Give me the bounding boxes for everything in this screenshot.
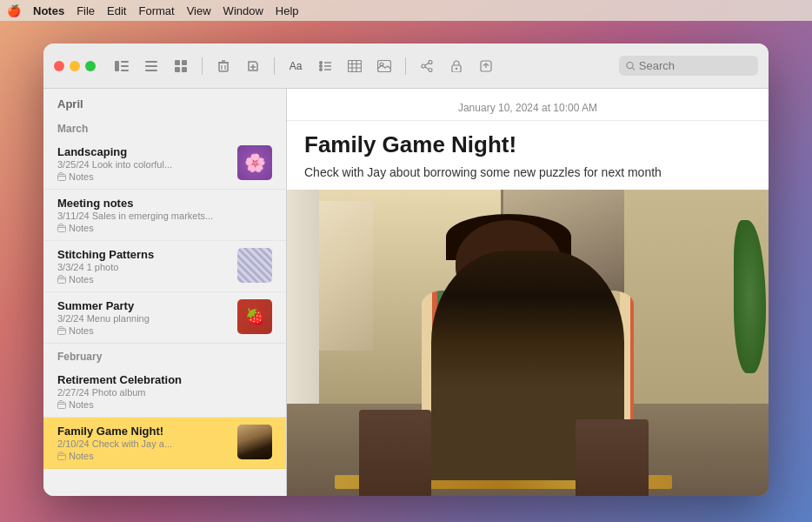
editor-body[interactable]: Check with Jay about borrowing some new … [287,162,769,190]
close-button[interactable] [54,61,64,71]
svg-point-37 [456,67,457,69]
menu-window[interactable]: Window [223,4,263,17]
note-item-landscaping[interactable]: Landscaping 3/25/24 Look into colorful..… [43,138,286,190]
toolbar: Aa [43,44,769,89]
list-view-button[interactable] [139,54,163,78]
svg-point-33 [429,68,432,71]
note-text-retirement: Retirement Celebration 2/27/24 Photo alb… [57,373,272,410]
minimize-button[interactable] [70,61,80,71]
photo-curtain [287,190,319,419]
svg-rect-43 [58,226,66,232]
menu-help[interactable]: Help [276,4,299,17]
note-meta-meeting: 3/11/24 Sales in emerging markets... [57,211,272,221]
note-text-meeting: Meeting notes 3/11/24 Sales in emerging … [57,197,272,233]
note-thumb-summer: 🍓 [237,299,272,334]
search-box[interactable] [619,56,758,76]
note-item-family-game[interactable]: Family Game Night! 2/10/24 Check with Ja… [43,418,286,469]
note-item-retirement[interactable]: Retirement Celebration 2/27/24 Photo alb… [43,366,286,418]
editor-date: January 10, 2024 at 10:00 AM [458,102,597,114]
sidebar-toggle-button[interactable] [110,54,134,78]
note-item-stitching[interactable]: Stitching Patterns 3/3/24 1 photo Notes [43,241,286,292]
photo-chair [359,410,431,496]
export-button[interactable] [474,54,498,78]
svg-rect-9 [175,67,180,72]
sidebar: April March Landscaping 3/25/24 Look int… [43,89,287,496]
note-thumb-landscaping: 🌸 [237,145,272,180]
note-text-stitching: Stitching Patterns 3/3/24 1 photo Notes [57,248,230,284]
note-text-landscaping: Landscaping 3/25/24 Look into colorful..… [57,145,230,182]
note-item-meeting[interactable]: Meeting notes 3/11/24 Sales in emerging … [43,190,286,241]
menu-format[interactable]: Format [138,4,174,17]
svg-point-20 [319,64,323,68]
note-meta-stitching: 3/3/24 1 photo [57,262,230,272]
separator-3 [405,57,406,75]
svg-point-32 [422,64,425,68]
svg-rect-7 [175,60,180,65]
search-input[interactable] [639,59,751,72]
table-button[interactable] [343,54,367,78]
note-meta-family-game: 2/10/24 Check with Jay a... [57,438,230,449]
note-folder-summer: Notes [57,325,230,336]
font-format-button[interactable]: Aa [283,54,308,78]
svg-line-41 [633,68,635,70]
note-folder-stitching: Notes [57,274,230,284]
note-title-meeting: Meeting notes [57,197,272,210]
svg-rect-3 [121,70,129,71]
menubar: 🍎 Notes File Edit Format View Window Hel… [0,0,812,21]
svg-rect-0 [115,61,119,71]
note-title-retirement: Retirement Celebration [57,373,272,386]
svg-rect-45 [58,329,66,335]
svg-point-18 [319,61,323,64]
svg-rect-1 [121,61,129,63]
media-button[interactable] [372,54,396,78]
svg-line-34 [425,63,429,65]
note-title-landscaping: Landscaping [57,145,230,158]
note-folder-meeting: Notes [57,223,272,233]
photo-scene [287,190,769,496]
search-icon [626,61,636,71]
maximize-button[interactable] [85,61,96,71]
svg-rect-10 [182,67,187,72]
editor: January 10, 2024 at 10:00 AM Family Game… [287,89,769,496]
svg-rect-29 [378,60,391,71]
menu-file[interactable]: File [77,4,95,17]
note-folder-landscaping: Notes [57,171,230,182]
note-thumb-stitching [237,248,272,283]
delete-button[interactable] [211,54,236,78]
section-header-february: February [43,344,286,366]
svg-point-22 [319,68,323,71]
menu-notes[interactable]: Notes [33,4,64,17]
separator-2 [274,57,275,75]
menu-edit[interactable]: Edit [107,4,126,17]
editor-image-inner [287,190,769,496]
note-meta-retirement: 2/27/24 Photo album [57,387,272,398]
svg-rect-6 [145,70,157,71]
sidebar-list: March Landscaping 3/25/24 Look into colo… [43,116,286,496]
svg-rect-5 [145,65,157,67]
svg-point-31 [429,60,432,64]
svg-point-40 [627,62,633,68]
editor-header: January 10, 2024 at 10:00 AM [287,89,769,121]
editor-title[interactable]: Family Game Night! [287,121,769,162]
share-button[interactable] [415,54,439,78]
content-area: April March Landscaping 3/25/24 Look int… [43,89,769,496]
note-folder-family-game: Notes [57,451,230,461]
svg-rect-11 [219,63,228,71]
checklist-button[interactable] [313,54,337,78]
new-note-button[interactable] [241,54,265,78]
note-folder-retirement: Notes [57,399,272,410]
section-header-march: March [43,116,286,138]
notes-window: Aa [43,44,769,496]
photo-right-foliage [734,220,766,373]
traffic-lights [54,61,96,71]
separator-1 [202,57,203,75]
note-item-summer[interactable]: Summer Party 3/2/24 Menu planning Notes … [43,292,286,344]
note-title-summer: Summer Party [57,299,230,312]
lock-button[interactable] [444,54,469,78]
note-title-stitching: Stitching Patterns [57,248,230,261]
svg-rect-46 [58,403,66,409]
apple-menu[interactable]: 🍎 [7,4,21,17]
grid-view-button[interactable] [169,54,193,78]
menu-view[interactable]: View [187,4,211,17]
svg-rect-47 [58,454,66,460]
